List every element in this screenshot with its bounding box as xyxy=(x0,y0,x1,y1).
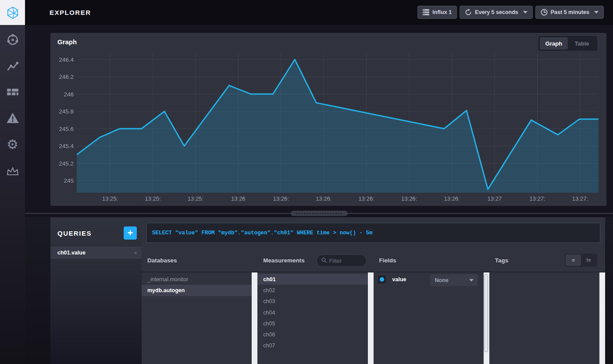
measurement-item-ch01[interactable]: ch01 xyxy=(257,274,373,285)
query-text: SELECT "value" FROM "mydb"."autogen"."ch… xyxy=(152,230,373,236)
y-axis-tick-label: 245 xyxy=(49,177,74,184)
y-axis-tick-label: 246.2 xyxy=(49,74,74,80)
sidebar-item-alerts[interactable] xyxy=(0,110,25,125)
top-bar: EXPLORER Influx 1 xyxy=(25,0,613,25)
field-item-value[interactable]: value None xyxy=(374,274,489,286)
hosts-icon xyxy=(6,33,19,46)
measurements-filter-input[interactable] xyxy=(329,258,360,264)
measurements-list: ch01ch02ch03ch04ch05ch06ch07 xyxy=(257,272,373,364)
measurement-item-ch07[interactable]: ch07 xyxy=(257,340,373,351)
graph-panel: Graph Graph Table 246.4246.2246245.8245.… xyxy=(50,33,606,206)
measurement-item-ch04[interactable]: ch04 xyxy=(257,307,373,318)
queries-panel: QUERIES + ch01.value × xyxy=(50,217,142,364)
x-axis-tick-label: 13:26 xyxy=(223,195,253,202)
line-graph-icon xyxy=(7,61,19,71)
query-tab-label: ch01.value xyxy=(57,250,86,256)
measurement-item-ch05[interactable]: ch05 xyxy=(257,318,373,329)
x-axis-tick-label: 13:26: xyxy=(437,195,467,202)
clock-icon xyxy=(541,9,548,16)
x-axis-tick-label: 13:27: xyxy=(565,195,595,202)
graph-region: Graph Graph Table 246.4246.2246245.8245.… xyxy=(25,25,613,210)
tags-column: Tags = != xyxy=(489,250,605,364)
page-title: EXPLORER xyxy=(50,0,91,25)
measurement-item-ch06[interactable]: ch06 xyxy=(257,329,373,340)
tags-list xyxy=(489,272,605,364)
y-axis-tick-label: 245.6 xyxy=(49,125,74,132)
sidebar-item-settings[interactable]: ⚙ xyxy=(0,137,25,152)
tab-table[interactable]: Table xyxy=(568,37,596,49)
query-builder-region: QUERIES + ch01.value × SELECT "value" FR… xyxy=(25,217,613,364)
timerange-label: Past 5 minutes xyxy=(551,9,589,15)
field-checkbox[interactable] xyxy=(378,276,386,283)
blue-dot-icon xyxy=(380,277,384,282)
source-list-icon xyxy=(423,9,429,15)
query-tab[interactable]: ch01.value × xyxy=(50,247,142,259)
x-axis-tick-label: 13:26: xyxy=(394,195,424,202)
dashboards-icon xyxy=(7,87,19,97)
measurement-item-ch03[interactable]: ch03 xyxy=(257,296,373,307)
add-query-button[interactable]: + xyxy=(124,226,137,240)
field-label: value xyxy=(392,276,406,283)
fields-header: Fields xyxy=(379,257,396,264)
gear-icon: ⚙ xyxy=(7,138,18,151)
measurements-filter xyxy=(317,254,367,267)
y-axis-tick-label: 246.4 xyxy=(49,56,74,63)
databases-list: _internal.monitormydb.autogen xyxy=(142,272,257,364)
area-fill xyxy=(77,60,599,193)
chronograf-logo-icon xyxy=(6,6,20,20)
y-axis-tick-label: 246 xyxy=(49,91,74,97)
tab-graph[interactable]: Graph xyxy=(540,37,568,49)
area-chart xyxy=(77,53,599,193)
y-axis-tick-label: 245.2 xyxy=(49,160,74,166)
refresh-icon xyxy=(465,9,472,16)
x-axis-tick-label: 13:26: xyxy=(308,195,339,202)
top-bar-controls: Influx 1 Every 5 seconds xyxy=(417,6,604,19)
measurements-column: Measurements ch01ch02ch xyxy=(257,250,373,364)
autorefresh-dropdown[interactable]: Every 5 seconds xyxy=(460,6,533,19)
measurement-item-ch02[interactable]: ch02 xyxy=(257,285,373,296)
close-icon[interactable]: × xyxy=(134,250,137,256)
source-button-label: Influx 1 xyxy=(432,9,452,15)
crown-icon xyxy=(6,166,19,177)
field-function-dropdown[interactable]: None xyxy=(430,274,478,286)
chart-plot-area[interactable]: 246.4246.2246245.8245.6245.4245.224513:2… xyxy=(77,53,599,193)
sidebar-item-dashboards[interactable] xyxy=(0,85,25,99)
query-editor[interactable]: SELECT "value" FROM "mydb"."autogen"."ch… xyxy=(146,223,601,243)
sidebar-item-home[interactable] xyxy=(0,0,25,25)
search-icon xyxy=(321,257,327,265)
fields-list: value None xyxy=(374,272,489,364)
sidebar: ⚙ xyxy=(0,0,25,364)
autorefresh-label: Every 5 seconds xyxy=(475,9,518,15)
operator-equals-button[interactable]: = xyxy=(566,254,581,266)
sidebar-item-admin[interactable] xyxy=(0,164,25,179)
source-button[interactable]: Influx 1 xyxy=(417,6,457,19)
chevron-down-icon xyxy=(594,11,599,14)
fields-scrollbar[interactable] xyxy=(484,272,489,364)
database-item-mydb.autogen[interactable]: mydb.autogen xyxy=(142,285,257,296)
y-axis-tick-label: 245.4 xyxy=(49,143,74,149)
horizontal-divider xyxy=(25,210,613,217)
databases-scrollbar[interactable] xyxy=(252,272,257,364)
tag-operator-toggle: = != xyxy=(565,254,597,267)
x-axis-tick-label: 13:27 xyxy=(479,195,510,202)
resize-handle[interactable] xyxy=(291,211,348,216)
x-axis-tick-label: 13:26: xyxy=(351,195,382,202)
timerange-dropdown[interactable]: Past 5 minutes xyxy=(535,6,604,19)
explorer-page: ⚙ EXPLORER xyxy=(0,0,613,364)
x-axis-tick-label: 13:25: xyxy=(95,195,125,202)
tags-scrollbar[interactable] xyxy=(599,272,605,364)
tags-header: Tags xyxy=(495,257,509,264)
chevron-down-icon xyxy=(523,11,527,14)
operator-not-equals-button[interactable]: != xyxy=(581,254,596,266)
sidebar-item-data-explorer[interactable] xyxy=(0,59,25,74)
x-axis-tick-label: 13:27: xyxy=(522,195,553,202)
field-function-label: None xyxy=(435,277,449,283)
x-axis-tick-label: 13:26: xyxy=(266,195,296,202)
fields-scroll-thumb[interactable] xyxy=(484,274,488,352)
measurements-scrollbar[interactable] xyxy=(368,272,374,364)
databases-column: Databases _internal.monitormydb.autogen xyxy=(142,250,257,364)
y-axis-tick-label: 245.8 xyxy=(49,108,74,115)
sidebar-item-hosts[interactable] xyxy=(0,32,25,47)
database-item-_internal.monitor[interactable]: _internal.monitor xyxy=(142,274,257,285)
databases-header: Databases xyxy=(147,257,177,264)
